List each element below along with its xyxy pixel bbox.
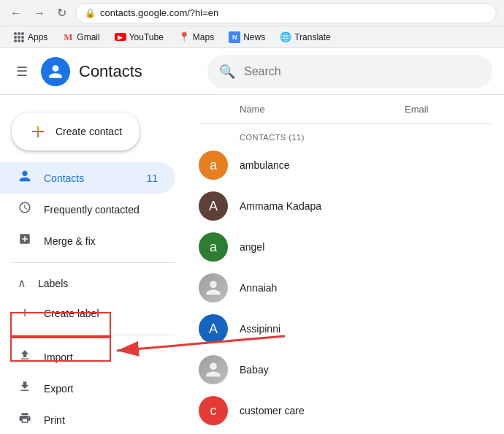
create-label-icon: +	[18, 305, 32, 321]
contact-row[interactable]: Annaiah	[199, 267, 492, 308]
translate-icon: 🌐	[280, 31, 291, 43]
bookmark-maps[interactable]: 📍 Maps	[172, 30, 220, 45]
contacts-nav-icon	[18, 170, 32, 186]
full-layout: ☰ Contacts 🔍 Create contact	[0, 48, 504, 434]
contact-row[interactable]: A Ammama Kadapa	[199, 186, 492, 226]
contacts-list: a ambulance A Ammama Kadapa a angel Anna…	[199, 145, 492, 431]
labels-section-header[interactable]: ∧ Labels	[0, 269, 187, 297]
sidebar-item-merge-fix[interactable]: Merge & fix	[0, 225, 175, 256]
youtube-icon: ▶	[115, 31, 126, 43]
create-contact-button[interactable]: Create contact	[12, 113, 140, 151]
sidebar-item-contacts[interactable]: Contacts 11	[0, 162, 175, 194]
column-name: Name	[199, 104, 393, 115]
bookmark-youtube[interactable]: ▶ YouTube	[109, 30, 169, 45]
bookmark-gmail[interactable]: M Gmail	[56, 30, 105, 45]
sidebar-divider-2	[12, 335, 175, 335]
bookmark-apps-label: Apps	[28, 32, 47, 42]
contact-avatar: a	[199, 232, 228, 262]
contacts-nav-label: Contacts	[44, 172, 84, 184]
apps-grid-icon	[13, 31, 25, 43]
contact-name: Annaiah	[240, 282, 492, 294]
labels-section-label: Labels	[38, 278, 68, 289]
contact-row[interactable]: a angel	[199, 226, 492, 267]
bookmark-maps-label: Maps	[193, 32, 214, 42]
sidebar-item-import[interactable]: Import	[0, 341, 175, 373]
app-logo	[41, 57, 70, 86]
contact-avatar: c	[199, 396, 228, 425]
bookmark-translate[interactable]: 🌐 Translate	[274, 30, 337, 45]
sidebar-item-frequently-contacted[interactable]: Frequently contacted	[0, 194, 175, 225]
import-icon	[18, 349, 32, 365]
contact-name: Assipinni	[240, 323, 492, 335]
contacts-count: CONTACTS (11)	[199, 124, 492, 145]
sidebar-item-print[interactable]: Print	[0, 404, 175, 434]
contacts-nav-badge: 11	[146, 172, 158, 184]
contact-name: angel	[240, 241, 492, 253]
export-label: Export	[44, 383, 73, 395]
frequently-contacted-label: Frequently contacted	[44, 204, 140, 216]
bookmark-apps[interactable]: Apps	[7, 30, 53, 45]
hamburger-button[interactable]: ☰	[12, 59, 32, 84]
gmail-icon: M	[62, 31, 74, 43]
contact-row[interactable]: c customer care	[199, 390, 492, 431]
merge-icon	[18, 232, 32, 249]
bookmark-translate-label: Translate	[294, 32, 331, 42]
contact-name: Ammama Kadapa	[240, 200, 492, 212]
print-icon	[18, 411, 32, 428]
search-icon: 🔍	[219, 64, 235, 80]
contact-avatar: A	[199, 191, 228, 221]
column-email: Email	[405, 104, 492, 115]
main-content: Name Email CONTACTS (11) a ambulance A A…	[187, 95, 504, 434]
back-button[interactable]: ←	[7, 5, 25, 21]
create-contact-label: Create contact	[56, 126, 122, 137]
print-label: Print	[44, 414, 65, 426]
app-title: Contacts	[79, 62, 142, 81]
search-bar[interactable]: 🔍	[207, 55, 492, 88]
chevron-up-icon: ∧	[18, 276, 26, 290]
import-label: Import	[44, 351, 73, 363]
lock-icon: 🔒	[85, 8, 96, 18]
clock-icon	[18, 201, 32, 218]
bookmark-youtube-label: YouTube	[129, 32, 164, 42]
contact-avatar	[199, 355, 228, 384]
contact-row[interactable]: a ambulance	[199, 145, 492, 186]
search-input[interactable]	[244, 65, 481, 78]
address-bar[interactable]: 🔒 contacts.google.com/?hl=en	[75, 3, 497, 23]
contact-name: ambulance	[240, 159, 492, 171]
bookmark-news-label: News	[243, 32, 265, 42]
bookmark-news[interactable]: N News	[223, 30, 271, 45]
contact-name: Babay	[240, 364, 492, 376]
contact-row[interactable]: A Assipinni	[199, 308, 492, 349]
forward-button[interactable]: →	[31, 5, 48, 21]
maps-icon: 📍	[178, 31, 190, 43]
news-icon: N	[229, 31, 240, 43]
export-icon	[18, 380, 32, 397]
address-text: contacts.google.com/?hl=en	[100, 7, 218, 18]
header-left: ☰ Contacts	[12, 57, 199, 86]
create-plus-icon	[29, 123, 47, 140]
browser-bar: ← → ↻ 🔒 contacts.google.com/?hl=en	[0, 0, 504, 26]
app-header: ☰ Contacts 🔍	[0, 48, 504, 95]
contact-avatar: A	[199, 314, 228, 343]
sidebar-item-export[interactable]: Export	[0, 373, 175, 404]
sidebar-divider-1	[12, 262, 175, 263]
content-header: Name Email	[199, 95, 492, 124]
refresh-button[interactable]: ↻	[54, 4, 69, 21]
bookmarks-bar: Apps M Gmail ▶ YouTube 📍 Maps N News 🌐 T…	[0, 26, 504, 48]
contact-name: customer care	[240, 405, 492, 416]
content-area: Create contact Contacts 11 Frequently co…	[0, 95, 504, 434]
contact-row[interactable]: Babay	[199, 349, 492, 390]
sidebar-item-create-label[interactable]: + Create label	[0, 297, 175, 329]
contact-avatar	[199, 273, 228, 302]
sidebar: Create contact Contacts 11 Frequently co…	[0, 95, 187, 434]
merge-fix-label: Merge & fix	[44, 235, 96, 247]
bookmark-gmail-label: Gmail	[77, 32, 99, 42]
create-label-label: Create label	[44, 308, 99, 319]
contact-avatar: a	[199, 151, 228, 180]
